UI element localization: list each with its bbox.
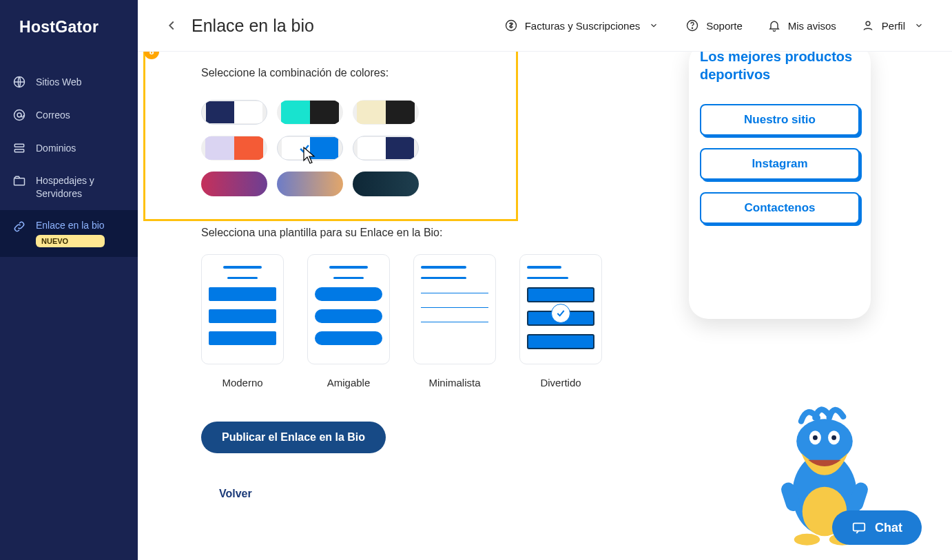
svg-rect-5 xyxy=(14,178,25,185)
template-divertido[interactable]: Divertido xyxy=(519,254,602,388)
header-notices-label: Mis avisos xyxy=(788,20,836,32)
template-moderno[interactable]: Moderno xyxy=(201,254,284,388)
chevron-down-icon xyxy=(912,21,926,30)
header-support-label: Soporte xyxy=(706,20,743,32)
sidebar-item-label: Sitios Web xyxy=(36,76,82,87)
brand-logo: HostGator xyxy=(0,0,138,37)
sidebar-item-sites[interactable]: Sitios Web xyxy=(0,65,138,98)
svg-point-16 xyxy=(831,435,836,440)
header-billing[interactable]: Facturas y Suscripciones xyxy=(504,19,661,32)
step-number: 8 xyxy=(144,52,159,59)
color-swatches xyxy=(201,100,620,196)
sidebar-item-label: Dominios xyxy=(36,143,76,154)
template-name: Minimalista xyxy=(413,377,496,388)
sidebar-item-label: Correos xyxy=(36,110,70,121)
template-card xyxy=(307,254,390,364)
sidebar-nav: Sitios Web Correos Dominios Hospedajes y… xyxy=(0,65,138,257)
preview-button-contact[interactable]: Contactenos xyxy=(700,192,860,224)
bell-icon xyxy=(767,19,781,32)
template-list: Moderno Amigable Minimalista xyxy=(201,254,620,388)
header-title-wrap: Enlace en la bio xyxy=(164,16,479,36)
sidebar-item-label: Enlace en la bio xyxy=(36,220,105,231)
color-swatch-1[interactable] xyxy=(277,100,343,125)
header-support[interactable]: Soporte xyxy=(685,19,743,32)
sidebar-item-biolink[interactable]: Enlace en la bio NUEVO xyxy=(0,210,138,257)
sidebar-item-label: Hospedajes y Servidores xyxy=(36,174,125,200)
header-billing-label: Facturas y Suscripciones xyxy=(525,20,641,32)
server-icon xyxy=(12,141,26,155)
template-card xyxy=(413,254,496,364)
sidebar-item-mail[interactable]: Correos xyxy=(0,98,138,132)
svg-point-19 xyxy=(794,534,820,546)
cursor-icon xyxy=(303,147,317,165)
header-profile[interactable]: Perfil xyxy=(861,19,926,32)
color-swatch-6[interactable] xyxy=(201,172,267,196)
preview-button-instagram[interactable]: Instagram xyxy=(700,148,860,180)
svg-point-9 xyxy=(866,21,870,25)
svg-rect-4 xyxy=(14,149,23,152)
preview-button-site[interactable]: Nuestro sitio xyxy=(700,104,860,136)
link-icon xyxy=(12,220,26,234)
color-swatch-8[interactable] xyxy=(353,172,419,196)
template-minimalista[interactable]: Minimalista xyxy=(413,254,496,388)
back-link[interactable]: Volver xyxy=(219,488,252,500)
help-circle-icon xyxy=(685,19,699,32)
preview-title: Los mejores productos deportivos xyxy=(700,52,860,83)
template-name: Amigable xyxy=(307,377,390,388)
content: 8 Seleccione la combinación de colores: … xyxy=(138,52,952,560)
globe-icon xyxy=(12,75,26,89)
color-swatch-5[interactable] xyxy=(353,136,419,160)
template-section-label: Selecciona una plantilla para su Enlace … xyxy=(201,227,620,239)
back-arrow-icon[interactable] xyxy=(164,18,179,33)
svg-point-8 xyxy=(692,28,693,28)
svg-point-14 xyxy=(813,435,818,440)
color-section-label: Seleccione la combinación de colores: xyxy=(201,67,620,79)
color-swatch-7[interactable] xyxy=(277,172,343,196)
svg-point-1 xyxy=(14,110,25,121)
chevron-down-icon xyxy=(647,21,661,30)
preview-card: Los mejores productos deportivos Nuestro… xyxy=(689,52,871,319)
folder-icon xyxy=(12,174,26,188)
color-swatch-0[interactable] xyxy=(201,100,267,125)
sidebar-item-domains[interactable]: Dominios xyxy=(0,132,138,165)
chat-label: Chat xyxy=(875,521,902,535)
template-name: Divertido xyxy=(519,377,602,388)
publish-button[interactable]: Publicar el Enlace en la Bio xyxy=(201,422,386,453)
user-icon xyxy=(861,19,875,32)
header: Enlace en la bio Facturas y Suscripcione… xyxy=(138,0,952,52)
header-notices[interactable]: Mis avisos xyxy=(767,19,836,32)
color-swatch-2[interactable] xyxy=(353,100,419,125)
sidebar: HostGator Sitios Web Correos Dominios Ho… xyxy=(0,0,138,560)
sidebar-item-hosting[interactable]: Hospedajes y Servidores xyxy=(0,165,138,210)
svg-rect-3 xyxy=(14,144,23,147)
svg-point-2 xyxy=(17,113,21,117)
color-swatch-3[interactable] xyxy=(201,136,267,160)
header-profile-label: Perfil xyxy=(882,20,905,32)
template-amigable[interactable]: Amigable xyxy=(307,254,390,388)
chat-button[interactable]: Chat xyxy=(832,510,922,545)
check-icon xyxy=(551,304,570,323)
config-panel: Seleccione la combinación de colores: Se… xyxy=(165,52,620,500)
dollar-circle-icon xyxy=(504,19,518,32)
template-name: Moderno xyxy=(201,377,284,388)
page-title: Enlace en la bio xyxy=(192,16,314,36)
at-icon xyxy=(12,108,26,122)
chat-icon xyxy=(851,520,867,535)
template-card xyxy=(201,254,284,364)
svg-rect-21 xyxy=(853,523,865,531)
new-badge: NUEVO xyxy=(36,235,105,247)
sidebar-item-sub: Enlace en la bio NUEVO xyxy=(36,220,105,247)
